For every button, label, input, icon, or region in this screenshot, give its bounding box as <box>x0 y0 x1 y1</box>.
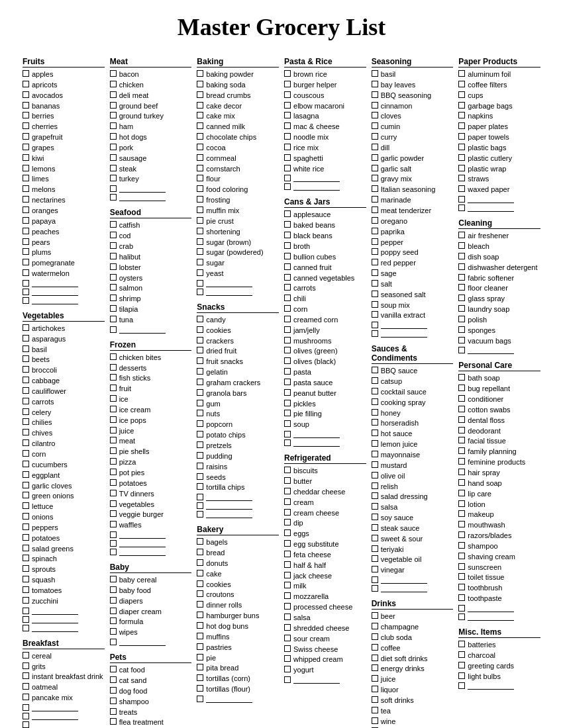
checkbox[interactable] <box>23 355 29 362</box>
checkbox[interactable] <box>110 284 117 291</box>
list-item[interactable]: potatoes <box>110 478 192 488</box>
checkbox[interactable] <box>458 662 465 668</box>
checkbox[interactable] <box>23 625 29 631</box>
list-item[interactable]: carrots <box>23 397 105 407</box>
checkbox[interactable] <box>458 427 465 433</box>
list-item[interactable]: dinner rolls <box>197 600 279 610</box>
list-item[interactable]: formula <box>110 617 192 627</box>
list-item[interactable]: lip care <box>458 489 540 499</box>
list-item[interactable]: curry <box>372 132 454 142</box>
checkbox[interactable] <box>23 335 29 341</box>
checkbox[interactable] <box>284 488 291 494</box>
checkbox[interactable] <box>372 717 378 724</box>
list-item[interactable]: salsa <box>372 502 454 512</box>
checkbox[interactable] <box>110 175 117 181</box>
checkbox[interactable] <box>110 81 117 87</box>
list-item[interactable]: wipes <box>110 627 192 637</box>
checkbox[interactable] <box>110 676 117 683</box>
checkbox[interactable] <box>372 81 378 87</box>
list-item[interactable]: cups <box>458 91 540 101</box>
checkbox[interactable] <box>372 322 378 328</box>
list-item[interactable]: cornmeal <box>197 154 279 163</box>
list-item[interactable]: tea <box>372 706 454 716</box>
list-item[interactable] <box>110 638 192 646</box>
list-item[interactable]: mushrooms <box>284 336 366 346</box>
list-item[interactable]: tomatoes <box>23 586 105 596</box>
list-item[interactable]: white rice <box>284 164 366 174</box>
checkbox[interactable] <box>197 337 203 343</box>
list-item[interactable]: juice <box>110 426 192 436</box>
checkbox[interactable] <box>197 175 203 181</box>
checkbox[interactable] <box>110 221 117 228</box>
checkbox[interactable] <box>284 253 291 259</box>
checkbox[interactable] <box>372 206 378 213</box>
list-item[interactable]: bay leaves <box>372 80 454 90</box>
list-item[interactable]: dishwasher detergent <box>458 263 540 273</box>
list-item[interactable]: shampoo <box>458 541 540 551</box>
list-item[interactable]: artichokes <box>23 324 105 334</box>
list-item[interactable]: baked beans <box>284 220 366 230</box>
list-item[interactable]: broccoli <box>23 365 105 375</box>
checkbox[interactable] <box>23 616 29 623</box>
list-item[interactable]: elbow macaroni <box>284 101 366 111</box>
checkbox[interactable] <box>458 263 465 270</box>
checkbox[interactable] <box>23 555 29 561</box>
checkbox[interactable] <box>110 447 117 454</box>
checkbox[interactable] <box>110 628 117 635</box>
list-item[interactable]: cod <box>110 231 192 241</box>
checkbox[interactable] <box>23 133 29 140</box>
list-item[interactable]: hand soap <box>458 478 540 488</box>
list-item[interactable]: soft drinks <box>372 696 454 705</box>
checkbox[interactable] <box>284 154 291 161</box>
list-item[interactable]: nectarines <box>23 195 105 205</box>
checkbox[interactable] <box>23 398 29 404</box>
list-item[interactable]: mayonnaise <box>372 450 454 460</box>
list-item[interactable]: soup mix <box>372 300 454 310</box>
checkbox[interactable] <box>23 597 29 604</box>
checkbox[interactable] <box>197 154 203 161</box>
checkbox[interactable] <box>372 707 378 713</box>
list-item[interactable]: horseradish <box>372 418 454 428</box>
list-item[interactable]: bug repellant <box>458 384 540 394</box>
list-item[interactable]: processed cheese <box>284 602 366 612</box>
checkbox[interactable] <box>197 674 203 681</box>
checkbox[interactable] <box>372 91 378 98</box>
checkbox[interactable] <box>110 469 117 475</box>
checkbox[interactable] <box>197 601 203 608</box>
checkbox[interactable] <box>284 274 291 281</box>
list-item[interactable]: basil <box>23 345 105 355</box>
checkbox[interactable] <box>23 324 29 331</box>
checkbox[interactable] <box>372 70 378 77</box>
list-item[interactable]: food coloring <box>197 185 279 195</box>
checkbox[interactable] <box>23 70 29 77</box>
list-item[interactable]: berries <box>23 111 105 121</box>
list-item[interactable]: pie <box>197 653 279 663</box>
checkbox[interactable] <box>372 430 378 436</box>
list-item[interactable]: bleach <box>458 242 540 251</box>
checkbox[interactable] <box>372 102 378 109</box>
checkbox[interactable] <box>197 696 203 702</box>
checkbox[interactable] <box>284 221 291 228</box>
list-item[interactable]: canned milk <box>197 122 279 132</box>
list-item[interactable]: cabbage <box>23 376 105 386</box>
list-item[interactable]: pudding <box>197 451 279 461</box>
list-item[interactable]: diapers <box>110 596 192 606</box>
list-item[interactable]: feminine products <box>458 457 540 467</box>
list-item[interactable]: muffin mix <box>197 206 279 216</box>
checkbox[interactable] <box>23 429 29 435</box>
checkbox[interactable] <box>110 154 117 161</box>
list-item[interactable] <box>197 502 279 510</box>
list-item[interactable]: soy sauce <box>372 513 454 523</box>
list-item[interactable]: gelatin <box>197 367 279 377</box>
checkbox[interactable] <box>372 675 378 682</box>
checkbox[interactable] <box>197 269 203 276</box>
checkbox[interactable] <box>458 531 465 538</box>
list-item[interactable]: graham crackers <box>197 378 279 388</box>
list-item[interactable]: chocolate chips <box>197 132 279 142</box>
checkbox[interactable] <box>458 374 465 381</box>
checkbox[interactable] <box>110 597 117 604</box>
list-item[interactable]: waxed paper <box>458 185 540 195</box>
checkbox[interactable] <box>23 387 29 394</box>
list-item[interactable]: grapefruit <box>23 132 105 142</box>
checkbox[interactable] <box>197 559 203 566</box>
